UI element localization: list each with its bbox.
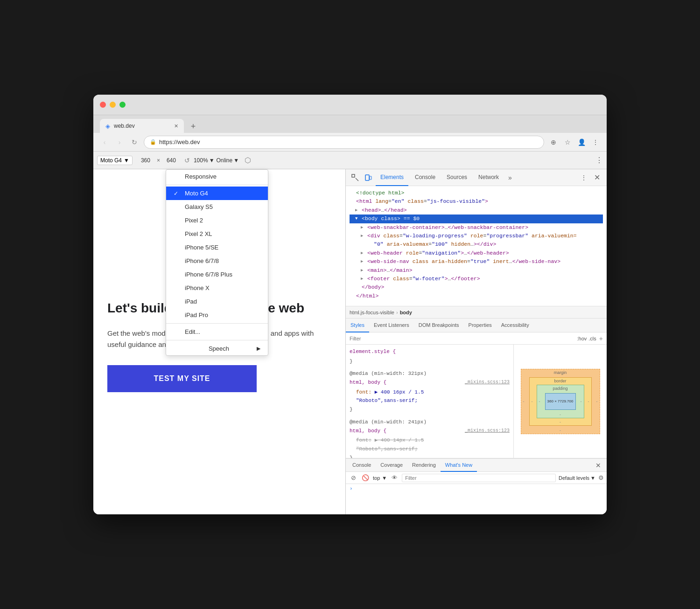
test-my-site-button[interactable]: TEST MY SITE [107,365,257,392]
more-tabs-button[interactable]: » [505,174,515,181]
tab-sources[interactable]: Sources [442,169,472,186]
console-settings-button[interactable]: ⚙ [598,474,604,481]
css-rule-media1: @media (min-width: 321px) html, body { _… [350,369,510,414]
dropdown-item-speech[interactable]: Speech ▶ [166,342,268,355]
device-emulation-button[interactable] [363,172,374,183]
console-filter-input[interactable] [402,474,556,482]
dropdown-divider [166,185,268,185]
browser-tab[interactable]: ◈ web.dev ✕ [100,119,184,133]
add-style-button[interactable]: + [599,335,603,342]
dropdown-divider-2 [166,323,268,324]
devtools-close-button[interactable]: ✕ [591,173,603,182]
dropdown-item-iphone678[interactable]: iPhone 6/7/8 [166,254,268,268]
devtools-settings-button[interactable]: ⋮ [578,172,589,183]
cast-button[interactable]: ⊕ [548,137,559,148]
traffic-lights [100,102,126,108]
rotate-icon[interactable]: ↺ [182,157,192,164]
html-line-body[interactable]: ▼ <body class> == $0 [350,215,603,223]
console-filter-button[interactable]: 🚫 [361,473,370,483]
dropdown-item-ipad[interactable]: iPad [166,295,268,308]
tab-elements[interactable]: Elements [376,169,408,186]
html-line: </html> [350,292,603,300]
svg-rect-2 [370,176,371,180]
url-text: https://web.dev [159,138,538,145]
html-line: ▶ <web-snackbar-container>…</web-snackba… [350,223,603,232]
account-button[interactable]: 👤 [576,137,587,148]
tab-network[interactable]: Network [474,169,504,186]
breadcrumb-html[interactable]: html.js-focus-visible [350,310,394,315]
tab-dom-breakpoints[interactable]: DOM Breakpoints [414,318,464,332]
margin-label: margin [554,370,567,375]
capture-icon[interactable]: ⬡ [245,156,251,165]
reload-button[interactable]: ↻ [129,137,140,148]
dropdown-item-moto-g4[interactable]: ✓ Moto G4 [166,187,268,200]
inspect-element-button[interactable] [350,172,361,183]
tab-event-listeners[interactable]: Event Listeners [369,318,414,332]
dropdown-item-ipad-pro[interactable]: iPad Pro [166,308,268,322]
width-input[interactable] [136,157,155,164]
log-level-selector[interactable]: Default levels ▼ [559,475,595,481]
bookmark-button[interactable]: ☆ [562,137,573,148]
context-selector[interactable]: top ▼ [373,475,387,481]
dropdown-item-pixel-2xl[interactable]: Pixel 2 XL [166,227,268,241]
console-tabs: Console Coverage Rendering What's New ✕ [346,459,607,472]
tab-coverage[interactable]: Coverage [376,459,407,472]
more-options-button[interactable]: ⋮ [595,156,603,165]
dropdown-item-iphone5se[interactable]: iPhone 5/SE [166,241,268,254]
new-tab-button[interactable]: + [187,120,200,133]
chevron-down-icon: ▼ [382,475,387,481]
dropdown-item-pixel-2[interactable]: Pixel 2 [166,214,268,227]
height-input[interactable] [162,157,181,164]
back-button[interactable]: ‹ [99,137,110,148]
url-bar[interactable]: 🔒 https://web.dev [144,136,544,149]
console-body: › [346,484,607,514]
maximize-button[interactable] [119,102,126,108]
border-label: border [554,379,566,383]
content-size-label: 360 × 7729.700 [547,399,574,403]
dropdown-item-responsive[interactable]: Responsive [166,170,268,183]
console-prompt[interactable]: › [350,486,353,491]
css-source-link[interactable]: _mixins.scss:123 [465,378,510,388]
breadcrumb-body[interactable]: body [400,310,412,315]
breadcrumb: html.js-focus-visible › body [346,306,607,318]
submenu-arrow-icon: ▶ [257,346,260,352]
minimize-button[interactable] [110,102,116,108]
html-line: ▶ <div class="w-loading-progress" role="… [350,232,603,240]
tab-rendering[interactable]: Rendering [407,459,441,472]
devtools-header: Elements Console Sources Network » ⋮ ✕ [346,169,607,186]
main-content: Responsive ✓ Moto G4 Galaxy S5 Pixel 2 [93,169,607,514]
dropdown-item-iphone-x[interactable]: iPhone X [166,281,268,295]
tab-console[interactable]: Console [410,169,440,186]
tab-whats-new[interactable]: What's New [441,459,477,472]
css-source-link2[interactable]: _mixins.scss:123 [465,427,510,436]
tab-title: web.dev [114,123,170,129]
dropdown-item-galaxy-s5[interactable]: Galaxy S5 [166,200,268,214]
menu-button[interactable]: ⋮ [590,137,601,148]
device-selector-button[interactable]: Moto G4 ▼ [97,156,133,165]
clear-console-button[interactable]: ⊘ [349,473,358,483]
filter-tags: :hov .cls [577,336,596,341]
hov-filter[interactable]: :hov [577,336,587,341]
tab-accessibility[interactable]: Accessibility [497,318,534,332]
tab-properties[interactable]: Properties [464,318,497,332]
html-line: ▶ <footer class="w-footer">…</footer> [350,275,603,283]
console-close-button[interactable]: ✕ [592,462,605,469]
close-button[interactable] [100,102,106,108]
eye-button[interactable]: 👁 [390,473,399,483]
svg-rect-1 [365,175,369,180]
network-selector[interactable]: Online ▼ [217,157,239,164]
tab-console-bottom[interactable]: Console [348,459,376,472]
cls-filter[interactable]: .cls [588,336,596,341]
tab-styles[interactable]: Styles [346,318,369,332]
dropdown-item-edit[interactable]: Edit... [166,325,268,339]
zoom-selector[interactable]: 100% ▼ [194,157,215,164]
padding-label: padding [553,386,567,391]
styles-filter-input[interactable] [350,336,574,341]
html-line: <!doctype html> [350,189,603,197]
tab-close-button[interactable]: ✕ [174,123,178,129]
chevron-down-icon: ▼ [590,475,595,481]
forward-button[interactable]: › [114,137,125,148]
dropdown-item-iphone678plus[interactable]: iPhone 6/7/8 Plus [166,268,268,281]
title-bar [93,95,607,115]
svg-rect-0 [352,174,355,177]
